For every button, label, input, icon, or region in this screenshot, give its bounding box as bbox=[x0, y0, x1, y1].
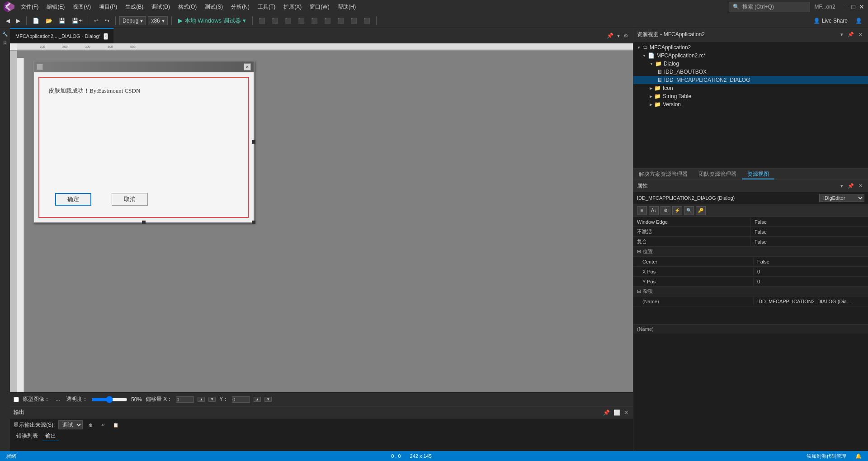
output-copy-btn[interactable]: 📋 bbox=[111, 421, 121, 429]
undo-btn[interactable]: ↩ bbox=[92, 16, 101, 25]
prototype-checkbox[interactable] bbox=[14, 397, 19, 402]
offset-y-up[interactable]: ▲ bbox=[254, 397, 261, 402]
resource-tab-resource[interactable]: 资源视图 bbox=[742, 169, 774, 179]
platform-dropdown[interactable]: x86 ▾ bbox=[148, 16, 167, 25]
output-wrap-btn[interactable]: ↵ bbox=[99, 421, 107, 429]
resource-dropdown-btn[interactable]: ▾ bbox=[839, 31, 845, 38]
output-source-select[interactable]: 调试 bbox=[58, 420, 83, 429]
toolbar-btn-extra3[interactable]: ⬛ bbox=[283, 16, 294, 25]
tree-dialog-folder[interactable]: ▼ 📁 Dialog bbox=[633, 60, 868, 68]
back-btn[interactable]: ◀ bbox=[4, 16, 12, 25]
properties-editor-select[interactable]: IDlgEditor bbox=[819, 194, 864, 202]
dialog-window[interactable]: ✕ 皮肤加载成功！By:Eastmount CSDN 确定 取消 bbox=[33, 61, 255, 223]
menu-item-build[interactable]: 生成(B) bbox=[122, 1, 147, 13]
offset-x-down[interactable]: ▼ bbox=[208, 397, 216, 402]
menu-item-analyze[interactable]: 分析(N) bbox=[227, 1, 253, 13]
menu-item-tools[interactable]: 工具(T) bbox=[254, 1, 279, 13]
close-btn[interactable]: ✕ bbox=[859, 3, 864, 10]
prop-btn-search[interactable]: 🔍 bbox=[684, 206, 694, 215]
tree-root[interactable]: ▼ 🗂 MFCApplication2 bbox=[633, 43, 868, 52]
properties-close-btn[interactable]: ✕ bbox=[857, 182, 864, 190]
tree-icon-folder[interactable]: ▶ 📁 Icon bbox=[633, 84, 868, 92]
resize-handle-mr[interactable] bbox=[252, 140, 255, 144]
menu-item-edit[interactable]: 编辑(E) bbox=[43, 1, 68, 13]
menu-item-test[interactable]: 测试(S) bbox=[201, 1, 226, 13]
dialog-cancel-button[interactable]: 取消 bbox=[112, 193, 148, 206]
offset-x-up[interactable]: ▲ bbox=[198, 397, 205, 402]
resource-close-btn[interactable]: ✕ bbox=[857, 31, 864, 38]
toolbar-btn-extra8[interactable]: ⬛ bbox=[348, 16, 359, 25]
tree-version-folder[interactable]: ▶ 📁 Version bbox=[633, 100, 868, 108]
prop-section-misc-label: ⊟ 杂项 bbox=[633, 287, 868, 296]
tree-dialog-item2[interactable]: 🖥 IDD_MFCAPPLICATION2_DIALOG bbox=[633, 76, 868, 84]
save-all-btn[interactable]: 💾+ bbox=[70, 16, 84, 25]
toolbar-btn-extra4[interactable]: ⬛ bbox=[296, 16, 307, 25]
properties-dropdown-btn[interactable]: ▾ bbox=[839, 182, 845, 190]
prop-btn-key[interactable]: 🔑 bbox=[696, 206, 706, 215]
toolbar-btn-extra6[interactable]: ⬛ bbox=[322, 16, 333, 25]
pin-btn[interactable]: 📌 bbox=[606, 32, 614, 40]
toolbar-btn-extra5[interactable]: ⬛ bbox=[309, 16, 320, 25]
menu-item-format[interactable]: 格式(O) bbox=[175, 1, 200, 13]
prop-btn-categories[interactable]: ≡ bbox=[637, 206, 647, 215]
offset-x-input[interactable] bbox=[176, 396, 194, 403]
toolbox-btn[interactable]: 🔧 bbox=[1, 30, 9, 38]
output-pin-btn[interactable]: 📌 bbox=[602, 409, 611, 417]
toolbar-btn-extra9[interactable]: ⬛ bbox=[361, 16, 373, 25]
offset-y-down[interactable]: ▼ bbox=[264, 397, 272, 402]
offset-y-input[interactable] bbox=[232, 396, 250, 403]
account-btn[interactable]: 👤 bbox=[853, 16, 864, 25]
prop-btn-events[interactable]: ⚡ bbox=[672, 206, 682, 215]
resize-handle-bm[interactable] bbox=[142, 221, 146, 224]
output-clear-btn[interactable]: 🗑 bbox=[86, 421, 95, 429]
redo-btn[interactable]: ↪ bbox=[103, 16, 112, 25]
live-share-button[interactable]: 👤 Live Share bbox=[810, 16, 851, 25]
output-close-btn[interactable]: ✕ bbox=[623, 409, 629, 417]
run-button[interactable]: ▶ 本地 Windows 调试器 ▾ bbox=[175, 16, 249, 26]
tree-dialog-item1[interactable]: 🖥 IDD_ABOUTBOX bbox=[633, 68, 868, 76]
dialog-ok-button[interactable]: 确定 bbox=[55, 193, 91, 206]
output-tab-errors[interactable]: 错误列表 bbox=[14, 431, 41, 441]
resource-tab-solution[interactable]: 解决方案资源管理器 bbox=[633, 169, 693, 179]
debug-config-dropdown[interactable]: Debug ▾ bbox=[119, 16, 146, 25]
tree-label-dialog1: IDD_ABOUTBOX bbox=[664, 69, 707, 75]
menu-item-window[interactable]: 窗口(W) bbox=[306, 1, 333, 13]
open-btn[interactable]: 📂 bbox=[43, 16, 55, 25]
new-file-btn[interactable]: 📄 bbox=[30, 16, 42, 25]
menu-item-file[interactable]: 文件(F) bbox=[17, 1, 42, 13]
dialog-close-button[interactable]: ✕ bbox=[244, 63, 251, 71]
design-canvas[interactable]: ✕ 皮肤加载成功！By:Eastmount CSDN 确定 取消 bbox=[17, 51, 633, 392]
search-box[interactable]: 🔍 搜索 (Ctrl+Q) bbox=[729, 2, 810, 12]
tab-close-btn[interactable]: × bbox=[104, 33, 108, 40]
prop-btn-alpha[interactable]: A↓ bbox=[649, 206, 659, 215]
toolbar-btn-extra2[interactable]: ⬛ bbox=[269, 16, 281, 25]
resource-tab-team[interactable]: 团队资源管理器 bbox=[693, 169, 742, 179]
forward-btn[interactable]: ▶ bbox=[14, 16, 23, 25]
resize-handle-br[interactable] bbox=[252, 221, 255, 224]
output-float-btn[interactable]: ⬜ bbox=[613, 409, 621, 417]
design-surface[interactable]: 100 200 300 400 500 bbox=[10, 43, 633, 392]
dialog-tab[interactable]: MFCApplication2...._DIALOG - Dialog* × bbox=[10, 28, 114, 43]
tree-string-table-folder[interactable]: ▶ 📁 String Table bbox=[633, 92, 868, 100]
status-source-control[interactable]: 添加到源代码管理 bbox=[804, 453, 849, 460]
menu-item-debug[interactable]: 调试(D) bbox=[148, 1, 174, 13]
resource-pin-btn[interactable]: 📌 bbox=[846, 31, 856, 38]
menu-item-project[interactable]: 项目(P) bbox=[95, 1, 121, 13]
overflow-btn[interactable]: ▾ bbox=[616, 32, 621, 40]
prototype-settings-btn[interactable]: … bbox=[53, 395, 62, 403]
prop-btn-properties[interactable]: ⚙ bbox=[660, 206, 670, 215]
minimize-btn[interactable]: ─ bbox=[844, 3, 848, 10]
maximize-btn[interactable]: □ bbox=[852, 3, 855, 10]
save-btn[interactable]: 💾 bbox=[57, 16, 68, 25]
opacity-slider[interactable] bbox=[91, 396, 127, 403]
output-tab-output[interactable]: 输出 bbox=[42, 431, 59, 441]
properties-pin-btn[interactable]: 📌 bbox=[846, 182, 856, 190]
toolbar-btn-extra1[interactable]: ⬛ bbox=[256, 16, 268, 25]
tree-rc-file[interactable]: ▼ 📄 MFCApplication2.rc* bbox=[633, 52, 868, 60]
menu-item-help[interactable]: 帮助(H) bbox=[334, 1, 360, 13]
toolbar-btn-extra7[interactable]: ⬛ bbox=[335, 16, 346, 25]
gear-icon-btn[interactable]: ⚙ bbox=[623, 32, 629, 40]
menu-item-extensions[interactable]: 扩展(X) bbox=[280, 1, 305, 13]
menu-item-view[interactable]: 视图(V) bbox=[69, 1, 94, 13]
server-btn[interactable]: 🗄 bbox=[1, 39, 9, 47]
